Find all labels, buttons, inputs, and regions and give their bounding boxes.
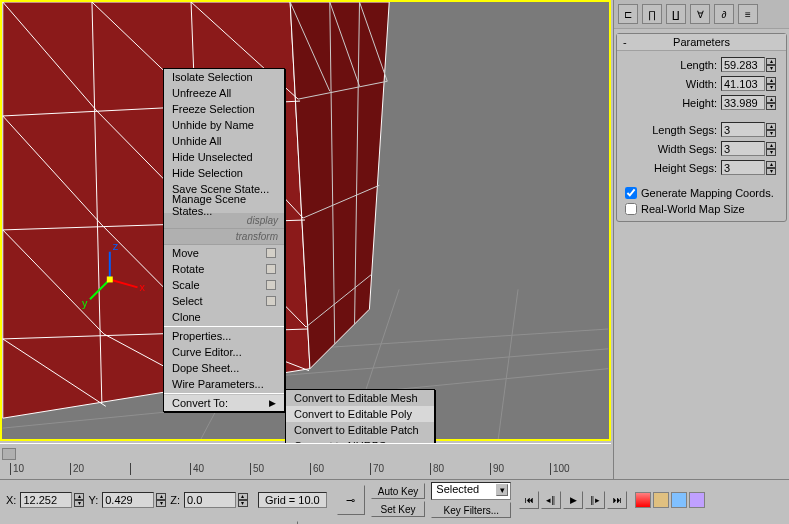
height-segs-label: Height Segs:	[623, 162, 717, 174]
length-input[interactable]	[721, 57, 765, 72]
length-spin-down[interactable]: ▾	[766, 65, 776, 72]
menu-isolate-selection[interactable]: Isolate Selection	[164, 69, 284, 85]
z-spin-up[interactable]: ▴	[238, 493, 248, 500]
make-unique-icon[interactable]: ∀	[690, 4, 710, 24]
lock-selection-button[interactable]: ⊸	[337, 485, 365, 515]
submenu-arrow-icon: ▶	[269, 398, 276, 408]
nav-icon-3[interactable]	[671, 492, 687, 508]
ruler-tick: 40	[190, 463, 250, 475]
menu-freeze-selection[interactable]: Freeze Selection	[164, 101, 284, 117]
nav-icon-1[interactable]	[635, 492, 651, 508]
length-segs-input[interactable]	[721, 122, 765, 137]
command-panel: ⊏ ∏ ∐ ∀ ∂ ≡ - Parameters Length: ▴▾ Widt…	[613, 0, 789, 524]
svg-rect-39	[107, 276, 113, 282]
wsegs-spin-down[interactable]: ▾	[766, 149, 776, 156]
ruler-tick: 100	[550, 463, 610, 475]
prev-frame-button[interactable]: ◂∥	[541, 491, 561, 509]
submenu-editable-patch[interactable]: Convert to Editable Patch	[286, 422, 434, 438]
pin-stack-icon[interactable]: ∏	[642, 4, 662, 24]
menu-scale[interactable]: Scale	[164, 277, 284, 293]
menu-curve-editor[interactable]: Curve Editor...	[164, 344, 284, 360]
height-label: Height:	[623, 97, 717, 109]
real-world-label: Real-World Map Size	[641, 203, 745, 215]
x-spin-down[interactable]: ▾	[74, 500, 84, 507]
menu-move[interactable]: Move	[164, 245, 284, 261]
key-mode-dropdown[interactable]: Selected	[431, 482, 511, 500]
gen-mapping-checkbox[interactable]	[625, 187, 637, 199]
rollout-header[interactable]: - Parameters	[617, 34, 786, 51]
lsegs-spin-up[interactable]: ▴	[766, 123, 776, 130]
svg-text:x: x	[140, 281, 146, 293]
height-input[interactable]	[721, 95, 765, 110]
width-spin-down[interactable]: ▾	[766, 84, 776, 91]
x-input[interactable]	[20, 492, 72, 508]
menu-hide-selection[interactable]: Hide Selection	[164, 165, 284, 181]
real-world-checkbox[interactable]	[625, 203, 637, 215]
menu-unhide-by-name[interactable]: Unhide by Name	[164, 117, 284, 133]
submenu-editable-mesh[interactable]: Convert to Editable Mesh	[286, 390, 434, 406]
width-input[interactable]	[721, 76, 765, 91]
configure-sets-icon[interactable]: ≡	[738, 4, 758, 24]
x-spin-up[interactable]: ▴	[74, 493, 84, 500]
y-input[interactable]	[102, 492, 154, 508]
key-filters-button[interactable]: Key Filters...	[431, 502, 511, 518]
menu-unhide-all[interactable]: Unhide All	[164, 133, 284, 149]
grid-display: Grid = 10.0	[258, 492, 327, 508]
menu-dope-sheet[interactable]: Dope Sheet...	[164, 360, 284, 376]
nav-icon-4[interactable]	[689, 492, 705, 508]
wsegs-spin-up[interactable]: ▴	[766, 142, 776, 149]
next-frame-button[interactable]: ∥▸	[585, 491, 605, 509]
remove-modifier-icon[interactable]: ∂	[714, 4, 734, 24]
menu-clone[interactable]: Clone	[164, 309, 284, 325]
auto-key-button[interactable]: Auto Key	[371, 483, 426, 499]
width-label: Width:	[623, 78, 717, 90]
menu-convert-to[interactable]: Convert To:▶	[164, 395, 284, 411]
parameters-rollout: - Parameters Length: ▴▾ Width: ▴▾ Height…	[616, 33, 787, 222]
nav-icon-2[interactable]	[653, 492, 669, 508]
submenu-editable-poly[interactable]: Convert to Editable Poly	[286, 406, 434, 422]
lsegs-spin-down[interactable]: ▾	[766, 130, 776, 137]
gen-mapping-label: Generate Mapping Coords.	[641, 187, 774, 199]
height-spin-up[interactable]: ▴	[766, 96, 776, 103]
goto-start-button[interactable]: ⏮	[519, 491, 539, 509]
timeline-frame-marker[interactable]	[2, 448, 16, 460]
y-label: Y:	[86, 494, 100, 506]
play-button[interactable]: ▶	[563, 491, 583, 509]
ruler-tick	[130, 463, 190, 475]
menu-unfreeze-all[interactable]: Unfreeze All	[164, 85, 284, 101]
timeline-trackbar[interactable]	[0, 443, 611, 463]
svg-text:z: z	[113, 240, 119, 252]
z-input[interactable]	[184, 492, 236, 508]
length-segs-label: Length Segs:	[623, 124, 717, 136]
tool-btn-1[interactable]: ⊏	[618, 4, 638, 24]
modifier-tool-row: ⊏ ∏ ∐ ∀ ∂ ≡	[614, 0, 789, 29]
section-transform: transform	[164, 229, 284, 245]
key-icon: ⊸	[346, 494, 355, 507]
width-segs-label: Width Segs:	[623, 143, 717, 155]
menu-rotate[interactable]: Rotate	[164, 261, 284, 277]
z-spin-down[interactable]: ▾	[238, 500, 248, 507]
width-segs-input[interactable]	[721, 141, 765, 156]
quad-menu: Isolate Selection Unfreeze All Freeze Se…	[163, 68, 285, 412]
hsegs-spin-down[interactable]: ▾	[766, 168, 776, 175]
y-spin-up[interactable]: ▴	[156, 493, 166, 500]
length-spin-up[interactable]: ▴	[766, 58, 776, 65]
ruler-tick: 90	[490, 463, 550, 475]
viewport-3d[interactable]: x y z	[0, 0, 611, 441]
ruler-tick: 20	[70, 463, 130, 475]
ruler-tick: 50	[250, 463, 310, 475]
menu-properties[interactable]: Properties...	[164, 328, 284, 344]
height-segs-input[interactable]	[721, 160, 765, 175]
hsegs-spin-up[interactable]: ▴	[766, 161, 776, 168]
menu-select[interactable]: Select	[164, 293, 284, 309]
menu-wire-parameters[interactable]: Wire Parameters...	[164, 376, 284, 392]
show-end-result-icon[interactable]: ∐	[666, 4, 686, 24]
menu-manage-scene-states[interactable]: Manage Scene States...	[164, 197, 284, 213]
goto-end-button[interactable]: ⏭	[607, 491, 627, 509]
status-bar: X: ▴▾ Y: ▴▾ Z: ▴▾ Grid = 10.0 ⊸ Auto Key…	[0, 479, 789, 524]
y-spin-down[interactable]: ▾	[156, 500, 166, 507]
width-spin-up[interactable]: ▴	[766, 77, 776, 84]
height-spin-down[interactable]: ▾	[766, 103, 776, 110]
set-key-button[interactable]: Set Key	[371, 501, 426, 517]
menu-hide-unselected[interactable]: Hide Unselected	[164, 149, 284, 165]
